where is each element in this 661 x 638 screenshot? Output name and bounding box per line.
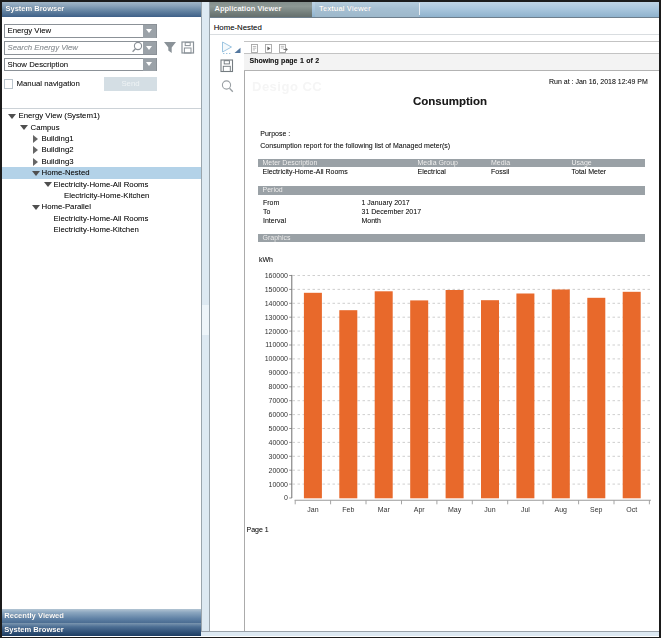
svg-text:Jan: Jan [307,506,318,513]
svg-text:100000: 100000 [265,355,288,362]
svg-text:10000: 10000 [269,481,289,488]
svg-text:Mar: Mar [378,506,391,513]
svg-text:80000: 80000 [269,383,289,390]
svg-text:30000: 30000 [269,453,289,460]
svg-text:90000: 90000 [269,369,289,376]
svg-text:20000: 20000 [269,467,289,474]
svg-text:140000: 140000 [265,300,288,307]
svg-text:Oct: Oct [626,506,637,513]
svg-text:50000: 50000 [269,425,289,432]
svg-text:Apr: Apr [414,506,426,514]
svg-text:Aug: Aug [555,506,568,514]
svg-text:40000: 40000 [269,439,289,446]
svg-text:130000: 130000 [265,314,288,321]
svg-text:0: 0 [284,494,288,501]
svg-text:120000: 120000 [265,328,288,335]
svg-text:May: May [448,506,462,514]
svg-text:Feb: Feb [342,506,354,513]
svg-text:60000: 60000 [269,411,289,418]
svg-text:Jun: Jun [484,506,495,513]
svg-text:160000: 160000 [265,272,288,279]
svg-text:Sep: Sep [590,506,603,514]
svg-text:150000: 150000 [265,286,288,293]
svg-text:70000: 70000 [269,397,289,404]
svg-text:Jul: Jul [521,506,530,513]
svg-text:110000: 110000 [265,341,288,348]
